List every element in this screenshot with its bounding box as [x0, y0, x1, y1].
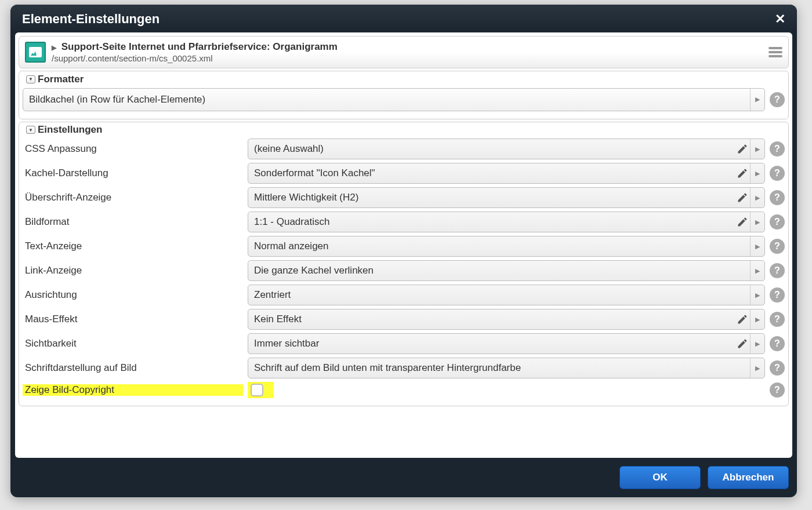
setting-label: Ausrichtung [23, 289, 243, 301]
setting-label: Bildformat [23, 216, 243, 228]
pencil-icon[interactable] [737, 309, 748, 329]
setting-value: Die ganze Kachel verlinken [254, 265, 374, 276]
setting-select[interactable]: Die ganze Kachel verlinken▶ [248, 260, 765, 281]
chevron-right-icon: ▶ [750, 358, 760, 378]
formatter-select[interactable]: Bildkachel (in Row für Kachel-Elemente) … [23, 88, 765, 111]
dialog-body: ▶ Support-Seite Internet und Pfarrbriefs… [15, 32, 792, 458]
dialog-titlebar: Element-Einstellungen ✕ [10, 5, 797, 32]
help-icon[interactable]: ? [770, 263, 785, 278]
setting-label: Zeige Bild-Copyright [23, 384, 243, 396]
setting-row-zeige-bild-copyright: Zeige Bild-Copyright ? [23, 380, 785, 400]
setting-row: Überschrift-AnzeigeMittlere Wichtigkeit … [23, 185, 785, 210]
help-icon[interactable]: ? [770, 287, 785, 303]
setting-label: Link-Anzeige [23, 265, 243, 276]
help-icon[interactable]: ? [770, 382, 785, 398]
chevron-right-icon: ▶ [750, 188, 760, 207]
setting-label: Schriftdarstellung auf Bild [23, 362, 243, 374]
pencil-icon[interactable] [737, 188, 748, 207]
chevron-right-icon: ▶ [750, 334, 760, 354]
settings-legend: Einstellungen [38, 124, 102, 136]
element-header: ▶ Support-Seite Internet und Pfarrbriefs… [19, 36, 789, 68]
ok-button[interactable]: OK [619, 466, 701, 489]
collapse-toggle-icon[interactable]: ▼ [26, 75, 35, 83]
copyright-checkbox[interactable] [251, 384, 263, 396]
setting-value: Sonderformat "Icon Kachel" [254, 167, 375, 179]
help-icon[interactable]: ? [770, 190, 785, 205]
collapse-toggle-icon[interactable]: ▼ [26, 126, 35, 134]
chevron-right-icon: ▶ [750, 236, 760, 256]
dialog-title-text: Element-Einstellungen [22, 12, 160, 27]
help-icon[interactable]: ? [770, 336, 785, 351]
chevron-right-icon: ▶ [750, 285, 760, 305]
close-icon[interactable]: ✕ [775, 12, 785, 27]
help-icon[interactable]: ? [770, 141, 785, 156]
setting-select[interactable]: (keine Auswahl)▶ [248, 139, 765, 159]
setting-row: Bildformat1:1 - Quadratisch▶? [23, 210, 785, 234]
section-type-icon [25, 42, 46, 63]
help-icon[interactable]: ? [770, 360, 785, 376]
cancel-button[interactable]: Abbrechen [708, 466, 789, 489]
caret-right-icon: ▶ [52, 44, 56, 51]
setting-row: AusrichtungZentriert▶? [23, 283, 785, 307]
setting-select[interactable]: Normal anzeigen▶ [248, 236, 765, 257]
help-icon[interactable]: ? [770, 239, 785, 254]
setting-select[interactable]: Immer sichtbar▶ [248, 333, 765, 354]
setting-select[interactable]: Mittlere Wichtigkeit (H2)▶ [248, 187, 765, 208]
help-icon[interactable]: ? [770, 166, 785, 181]
formatter-value: Bildkachel (in Row für Kachel-Elemente) [29, 94, 205, 105]
setting-label: Überschrift-Anzeige [23, 192, 243, 203]
setting-value: Schrift auf dem Bild unten mit transpare… [254, 362, 521, 374]
setting-value: Mittlere Wichtigkeit (H2) [254, 192, 358, 203]
help-icon[interactable]: ? [770, 92, 785, 107]
menu-icon[interactable] [768, 47, 782, 57]
setting-row: Maus-EffektKein Effekt▶? [23, 307, 785, 332]
pencil-icon[interactable] [737, 163, 748, 183]
element-settings-dialog: Element-Einstellungen ✕ ▶ Support-Seite … [10, 5, 797, 497]
setting-value: 1:1 - Quadratisch [254, 216, 329, 228]
chevron-right-icon: ▶ [750, 163, 760, 183]
setting-row: Link-AnzeigeDie ganze Kachel verlinken▶? [23, 258, 785, 283]
setting-select[interactable]: Schrift auf dem Bild unten mit transpare… [248, 358, 765, 378]
pencil-icon[interactable] [737, 334, 748, 354]
settings-section: ▼ Einstellungen CSS Anpassung(keine Ausw… [19, 122, 789, 407]
pencil-icon[interactable] [737, 139, 748, 159]
setting-select[interactable]: Zentriert▶ [248, 285, 765, 305]
setting-label: Text-Anzeige [23, 241, 243, 252]
chevron-right-icon: ▶ [750, 261, 760, 280]
setting-value: Kein Effekt [254, 314, 302, 325]
help-icon[interactable]: ? [770, 214, 785, 230]
setting-row: SichtbarkeitImmer sichtbar▶? [23, 332, 785, 356]
element-path: /support/.content/section-m/cs_00025.xml [52, 53, 763, 63]
chevron-right-icon: ▶ [750, 309, 760, 329]
formatter-legend: Formatter [38, 74, 84, 85]
formatter-section: ▼ Formatter Bildkachel (in Row für Kache… [19, 71, 789, 119]
chevron-right-icon: ▶ [750, 139, 760, 159]
setting-select[interactable]: Sonderformat "Icon Kachel"▶ [248, 163, 765, 184]
chevron-right-icon: ▶ [750, 212, 760, 232]
setting-label: Maus-Effekt [23, 314, 243, 325]
dialog-footer: OK Abbrechen [10, 458, 797, 497]
setting-select[interactable]: Kein Effekt▶ [248, 309, 765, 330]
setting-value: (keine Auswahl) [254, 143, 324, 155]
setting-select[interactable]: 1:1 - Quadratisch▶ [248, 212, 765, 232]
setting-row: Text-AnzeigeNormal anzeigen▶? [23, 234, 785, 258]
chevron-right-icon: ▶ [750, 89, 760, 111]
setting-value: Zentriert [254, 289, 291, 301]
element-title: Support-Seite Internet und Pfarrbriefser… [61, 41, 338, 52]
element-header-text: ▶ Support-Seite Internet und Pfarrbriefs… [52, 41, 763, 63]
help-icon[interactable]: ? [770, 312, 785, 327]
setting-row: Schriftdarstellung auf BildSchrift auf d… [23, 356, 785, 380]
pencil-icon[interactable] [737, 212, 748, 232]
setting-label: CSS Anpassung [23, 143, 243, 155]
setting-value: Normal anzeigen [254, 241, 329, 252]
setting-label: Kachel-Darstellung [23, 167, 243, 179]
setting-value: Immer sichtbar [254, 338, 319, 349]
setting-row: CSS Anpassung(keine Auswahl)▶? [23, 137, 785, 161]
setting-row: Kachel-DarstellungSonderformat "Icon Kac… [23, 161, 785, 185]
setting-label: Sichtbarkeit [23, 338, 243, 349]
